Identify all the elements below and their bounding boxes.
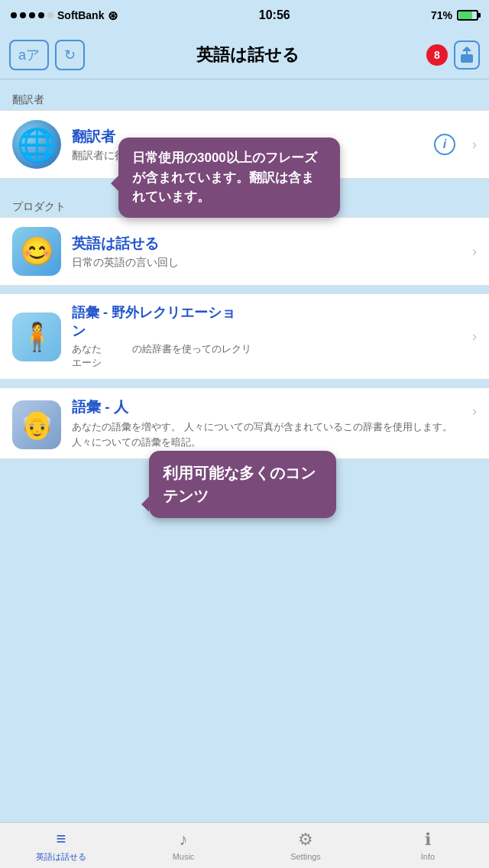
english-subtitle: 日常の英語の言い回し: [72, 256, 461, 270]
tab-info[interactable]: ℹ Info: [367, 823, 489, 868]
tooltip-bubble-2: 利用可能な多くのコンテンツ: [149, 451, 336, 518]
settings-tab-label: Settings: [290, 852, 321, 861]
home-tab-label: 英語は話せる: [36, 851, 86, 863]
signal-dots: [11, 12, 53, 18]
people-subtitle: あなたの語彙を増やす。 人々についての写真が含まれているこの辞書を使用します。 …: [72, 419, 461, 449]
status-right: 71%: [431, 9, 478, 21]
english-title: 英語は話せる: [72, 234, 461, 254]
nav-title: 英語は話せる: [70, 44, 426, 66]
outdoor-title: 語彙 - 野外レクリエーション: [72, 303, 461, 340]
music-tab-icon: ♪: [180, 830, 188, 850]
list-item-english[interactable]: 😊 英語は話せる 日常の英語の言い回し ›: [0, 217, 489, 286]
list-item-outdoor[interactable]: 🧍 語彙 - 野外レクリエーション あなた の絵辞書を使ってのレクリエーシ ›: [0, 293, 489, 380]
tab-settings[interactable]: ⚙ Settings: [244, 823, 367, 868]
carrier-label: SoftBank: [57, 9, 104, 21]
settings-tab-icon: ⚙: [298, 830, 313, 850]
info-tab-icon: ℹ: [425, 830, 431, 850]
outdoor-app-icon: 🧍: [12, 313, 61, 361]
nav-bar: aア ↻ 英語は話せる 8: [0, 31, 489, 79]
section-products: プロダクト 😊 英語は話せる 日常の英語の言い回し › 🧍 語彙 - 野外レクリ…: [0, 194, 489, 459]
battery-icon: [457, 10, 478, 21]
status-left: SoftBank ⊛: [11, 8, 118, 23]
chevron-icon-translator: ›: [472, 137, 477, 153]
chevron-icon-english: ›: [472, 244, 477, 260]
text-size-button[interactable]: aア: [9, 40, 49, 70]
chevron-icon-people: ›: [472, 403, 477, 419]
tab-bar: ≡ 英語は話せる ♪ Music ⚙ Settings ℹ Info: [0, 822, 489, 868]
music-tab-label: Music: [173, 852, 195, 861]
people-title: 語彙 - 人: [72, 397, 461, 417]
chevron-icon-outdoor: ›: [472, 329, 477, 345]
globe-icon: 🌐: [12, 120, 61, 169]
notification-badge[interactable]: 8: [426, 44, 448, 66]
info-tab-label: Info: [421, 852, 435, 861]
english-text: 英語は話せる 日常の英語の言い回し: [72, 234, 461, 270]
battery-percent: 71%: [431, 9, 452, 21]
people-app-icon: 👴: [12, 400, 61, 449]
outdoor-text: 語彙 - 野外レクリエーション あなた の絵辞書を使ってのレクリエーシ: [72, 303, 461, 370]
english-app-icon: 😊: [12, 227, 61, 276]
tab-home[interactable]: ≡ 英語は話せる: [0, 823, 122, 868]
status-bar: SoftBank ⊛ 10:56 71%: [0, 0, 489, 31]
tooltip-bubble-1: 日常使用の3000以上のフレーズが含まれています。翻訳は含まれています。: [118, 138, 340, 218]
section-header-translator: 翻訳者: [0, 87, 489, 110]
tab-music[interactable]: ♪ Music: [122, 823, 244, 868]
home-tab-icon: ≡: [57, 829, 66, 849]
wifi-icon: ⊛: [108, 8, 118, 23]
time-display: 10:56: [259, 8, 290, 22]
info-button-translator[interactable]: i: [434, 134, 455, 155]
outdoor-subtitle: あなた の絵辞書を使ってのレクリエーシ: [72, 342, 461, 370]
list-item-people[interactable]: 👴 語彙 - 人 あなたの語彙を増やす。 人々についての写真が含まれているこの辞…: [0, 387, 489, 459]
people-text: 語彙 - 人 あなたの語彙を増やす。 人々についての写真が含まれているこの辞書を…: [72, 397, 461, 449]
share-button[interactable]: [454, 40, 480, 70]
nav-right-buttons: 8: [426, 40, 480, 70]
